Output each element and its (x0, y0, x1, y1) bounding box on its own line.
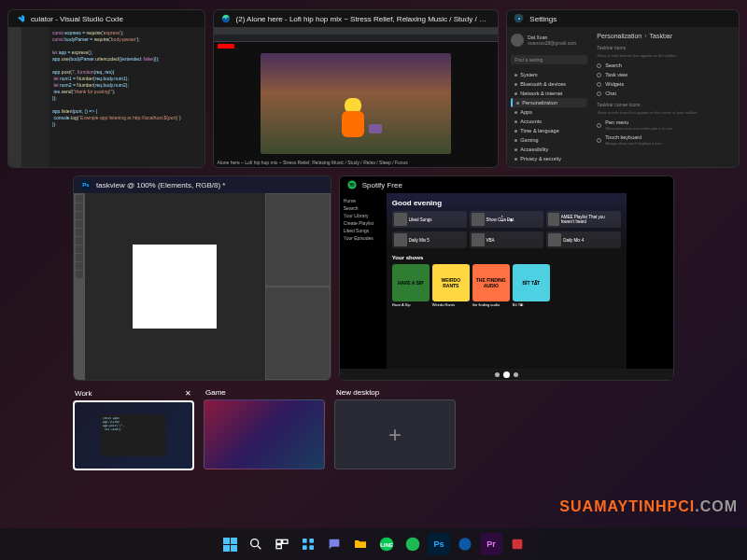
nav-item-accessibility[interactable]: Accessibility (511, 145, 587, 154)
window-header: Ps taskview @ 100% (Elements, RGB/8) * (74, 176, 331, 193)
window-photoshop[interactable]: Ps taskview @ 100% (Elements, RGB/8) * (73, 175, 331, 381)
desktop-thumbnail[interactable]: const app=app.listenapp.post('/', res.se… (73, 400, 194, 470)
zoom-tool-icon[interactable] (76, 271, 83, 278)
move-tool-icon[interactable] (76, 195, 83, 203)
sp-show[interactable]: HAVE A SIPHave A Sip (392, 264, 430, 307)
line-icon[interactable]: LINE (375, 533, 398, 555)
play-icon[interactable] (503, 371, 510, 378)
sp-nav-your-library[interactable]: Your Library (344, 212, 383, 219)
sp-tile[interactable]: Daily Mix 5 (392, 231, 467, 248)
nav-item-system[interactable]: System (511, 70, 587, 79)
eraser-tool-icon[interactable] (76, 237, 83, 245)
ps-canvas-area (85, 193, 265, 380)
hand-tool-icon[interactable] (76, 262, 83, 270)
sp-nav-your-episodes[interactable]: Your Episodes (344, 234, 383, 242)
pen-icon (597, 123, 601, 128)
breadcrumb[interactable]: Personalization›Taskbar (597, 33, 733, 39)
toggle-widgets[interactable]: Widgets (597, 79, 733, 89)
sp-nav-search[interactable]: Search (344, 204, 383, 212)
desktop-work[interactable]: Work✕ const app=app.listenapp.post('/', … (73, 388, 194, 470)
greeting: Good evening (392, 199, 621, 207)
toggle-task-view[interactable]: Task view (597, 70, 733, 79)
search-icon[interactable] (245, 533, 267, 555)
window-edge[interactable]: (2) Alone here - Lofi hip hop mix ~ Stre… (213, 9, 500, 168)
nav-item-apps[interactable]: Apps (511, 107, 587, 117)
crop-tool-icon[interactable] (76, 220, 83, 228)
plus-icon: + (388, 422, 402, 448)
sp-show[interactable]: THE FINDING AUDIOthe finding audio (472, 264, 510, 307)
marquee-tool-icon[interactable] (76, 203, 83, 211)
nav-item-time-language[interactable]: Time & language (511, 126, 587, 135)
explorer-icon[interactable] (349, 533, 372, 555)
nav-item-network-internet[interactable]: Network & internet (511, 89, 587, 98)
desktop-thumbnail[interactable] (204, 399, 325, 469)
sp-tile[interactable]: Liked Songs (392, 211, 467, 228)
brush-tool-icon[interactable] (76, 229, 83, 236)
taskbar[interactable]: LINE Ps Pr (0, 528, 747, 560)
settings-search-input[interactable]: Find a setting (511, 55, 587, 64)
widgets-icon[interactable] (297, 533, 319, 555)
task-view-icon[interactable] (271, 533, 293, 555)
close-icon[interactable]: ✕ (183, 388, 192, 398)
toggle-search[interactable]: Search (597, 61, 733, 70)
photoshop-icon: Ps (81, 180, 91, 189)
nav-item-personalization[interactable]: Personalization (511, 98, 587, 107)
lasso-tool-icon[interactable] (76, 212, 83, 219)
ps-layers-panel[interactable] (266, 287, 330, 379)
sp-nav-create-playlist[interactable]: Create Playlist (344, 219, 383, 227)
svg-rect-6 (276, 545, 281, 549)
spotify-icon (347, 180, 357, 189)
youtube-logo-icon (218, 44, 234, 49)
ps-color-panel[interactable] (266, 194, 330, 286)
friend-activity (627, 193, 673, 380)
ps-canvas[interactable] (133, 245, 217, 329)
spotify-player[interactable] (340, 369, 673, 380)
edge-icon (221, 14, 231, 23)
sp-nav-liked-songs[interactable]: Liked Songs (344, 227, 383, 234)
prev-icon[interactable] (495, 372, 500, 377)
start-button[interactable] (218, 533, 241, 555)
corner-touch-keyboard[interactable]: Touch keyboardAlways show touch keyboard… (597, 133, 733, 147)
sp-tile[interactable]: AMEE Playlist That you haven't heard (546, 211, 621, 228)
new-desktop-button[interactable]: + (334, 399, 456, 469)
spotify-taskbar-icon[interactable] (402, 533, 424, 555)
window-settings[interactable]: Settings Dat Xuan xuanxxx28@gmail.com Fi… (506, 9, 740, 168)
nav-item-accounts[interactable]: Accounts (511, 117, 587, 126)
edge-taskbar-icon[interactable] (454, 533, 476, 555)
desktop-new[interactable]: New desktop + (334, 388, 456, 469)
sp-tile[interactable]: Daily Mix 4 (546, 231, 621, 248)
shape-tool-icon[interactable] (76, 254, 83, 261)
app-icon[interactable] (506, 533, 529, 555)
toggle-chat[interactable]: Chat (597, 89, 733, 98)
window-header: culator - Visual Studio Code (8, 10, 204, 27)
premiere-taskbar-icon[interactable]: Pr (480, 533, 502, 555)
virtual-desktops: Work✕ const app=app.listenapp.post('/', … (7, 388, 740, 482)
sp-show[interactable]: BÍT TẤTBít Tất (513, 264, 550, 307)
window-title: Spotify Free (362, 181, 666, 189)
nav-item-bluetooth-devices[interactable]: Bluetooth & devices (511, 79, 587, 89)
next-icon[interactable] (514, 372, 518, 377)
text-tool-icon[interactable] (76, 245, 83, 253)
sp-show[interactable]: WEIRDO RANTSWeirdo Rants (432, 264, 470, 307)
photoshop-taskbar-icon[interactable]: Ps (428, 533, 450, 555)
window-vscode[interactable]: culator - Visual Studio Code const expre… (7, 9, 205, 168)
window-title: culator - Visual Studio Code (31, 15, 197, 23)
vscode-icon (16, 14, 25, 23)
nav-item-privacy-security[interactable]: Privacy & security (511, 154, 587, 163)
svg-point-1 (518, 18, 521, 21)
sp-tile[interactable]: VBA (470, 231, 544, 248)
explorer (21, 27, 49, 167)
sp-tile[interactable]: Show Của Đạt (470, 211, 544, 228)
window-spotify[interactable]: Spotify Free HomeSearchYour LibraryCreat… (339, 175, 674, 381)
spotify-body: HomeSearchYour LibraryCreate PlaylistLik… (340, 193, 673, 380)
ps-panels (265, 193, 331, 380)
video-title: Alone here – Lofi hip hop mix ~ Stress R… (214, 158, 499, 167)
user-profile[interactable]: Dat Xuan xuanxxx28@gmail.com (511, 31, 587, 49)
chat-icon[interactable] (323, 533, 345, 555)
corner-pen-menu[interactable]: Pen menuShow pen menu icon when pen is i… (597, 118, 733, 133)
sp-nav-home[interactable]: Home (344, 197, 383, 204)
svg-rect-4 (276, 539, 281, 543)
section-title: Taskbar corner icons (597, 102, 733, 107)
nav-item-gaming[interactable]: Gaming (511, 135, 587, 145)
desktop-game[interactable]: Game (204, 388, 325, 469)
